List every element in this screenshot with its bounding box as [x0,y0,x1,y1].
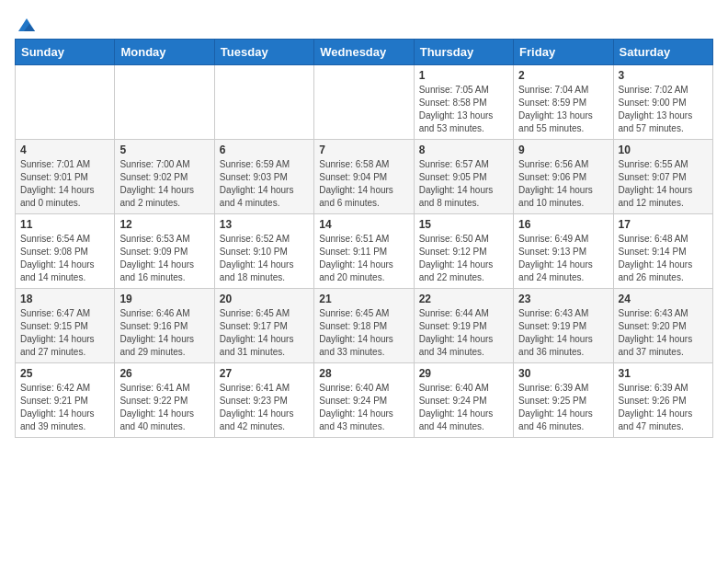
calendar-cell: 14Sunrise: 6:51 AM Sunset: 9:11 PM Dayli… [314,214,414,289]
day-number: 3 [619,69,708,82]
calendar-cell: 20Sunrise: 6:45 AM Sunset: 9:17 PM Dayli… [214,289,313,363]
calendar-cell: 19Sunrise: 6:46 AM Sunset: 9:16 PM Dayli… [115,289,214,363]
week-row-2: 4Sunrise: 7:01 AM Sunset: 9:01 PM Daylig… [16,140,713,214]
calendar-cell: 31Sunrise: 6:39 AM Sunset: 9:26 PM Dayli… [613,363,712,438]
day-info: Sunrise: 6:55 AM Sunset: 9:07 PM Dayligh… [619,158,708,210]
day-info: Sunrise: 7:05 AM Sunset: 8:58 PM Dayligh… [419,84,508,135]
header-tuesday: Tuesday [214,40,313,65]
day-info: Sunrise: 6:39 AM Sunset: 9:25 PM Dayligh… [518,382,608,433]
calendar-cell: 21Sunrise: 6:45 AM Sunset: 9:18 PM Dayli… [314,289,414,363]
day-info: Sunrise: 7:02 AM Sunset: 9:00 PM Dayligh… [619,84,708,135]
calendar-cell [314,65,414,140]
day-number: 4 [20,144,109,156]
day-info: Sunrise: 6:45 AM Sunset: 9:18 PM Dayligh… [319,307,408,359]
day-info: Sunrise: 6:44 AM Sunset: 9:19 PM Dayligh… [419,307,508,359]
calendar-cell: 5Sunrise: 7:00 AM Sunset: 9:02 PM Daylig… [115,140,214,214]
calendar-cell: 18Sunrise: 6:47 AM Sunset: 9:15 PM Dayli… [16,289,115,363]
calendar-cell: 13Sunrise: 6:52 AM Sunset: 9:10 PM Dayli… [214,214,313,289]
day-info: Sunrise: 6:42 AM Sunset: 9:21 PM Dayligh… [20,382,109,433]
day-info: Sunrise: 6:48 AM Sunset: 9:14 PM Dayligh… [619,233,708,284]
day-number: 13 [220,218,309,231]
day-number: 12 [119,218,209,231]
header-monday: Monday [115,40,214,65]
day-number: 21 [319,293,408,305]
calendar-cell [16,65,115,140]
day-number: 7 [319,144,408,156]
day-number: 24 [619,293,708,305]
week-row-1: 1Sunrise: 7:05 AM Sunset: 8:58 PM Daylig… [16,65,713,140]
day-number: 8 [419,144,508,156]
week-row-5: 25Sunrise: 6:42 AM Sunset: 9:21 PM Dayli… [16,363,713,438]
day-number: 20 [220,293,309,305]
calendar-cell: 30Sunrise: 6:39 AM Sunset: 9:25 PM Dayli… [514,363,613,438]
day-number: 10 [619,144,708,156]
calendar-cell: 16Sunrise: 6:49 AM Sunset: 9:13 PM Dayli… [514,214,613,289]
calendar-cell: 29Sunrise: 6:40 AM Sunset: 9:24 PM Dayli… [414,363,513,438]
day-info: Sunrise: 6:45 AM Sunset: 9:17 PM Dayligh… [220,307,309,359]
day-number: 9 [518,144,608,156]
day-info: Sunrise: 6:56 AM Sunset: 9:06 PM Dayligh… [518,158,608,210]
calendar-header-row: SundayMondayTuesdayWednesdayThursdayFrid… [16,40,713,65]
day-number: 17 [619,218,708,231]
day-number: 29 [419,367,508,380]
day-info: Sunrise: 6:59 AM Sunset: 9:03 PM Dayligh… [220,158,309,210]
day-number: 16 [518,218,608,231]
calendar-cell: 27Sunrise: 6:41 AM Sunset: 9:23 PM Dayli… [214,363,313,438]
calendar-cell: 23Sunrise: 6:43 AM Sunset: 9:19 PM Dayli… [514,289,613,363]
calendar-cell: 12Sunrise: 6:53 AM Sunset: 9:09 PM Dayli… [115,214,214,289]
page-header [15,15,713,35]
header-sunday: Sunday [16,40,115,65]
day-number: 27 [220,367,309,380]
calendar-cell: 4Sunrise: 7:01 AM Sunset: 9:01 PM Daylig… [16,140,115,214]
day-info: Sunrise: 6:49 AM Sunset: 9:13 PM Dayligh… [518,233,608,284]
day-info: Sunrise: 7:00 AM Sunset: 9:02 PM Dayligh… [119,158,209,210]
day-number: 2 [518,69,608,82]
header-thursday: Thursday [414,40,513,65]
calendar-cell: 10Sunrise: 6:55 AM Sunset: 9:07 PM Dayli… [613,140,712,214]
day-info: Sunrise: 6:46 AM Sunset: 9:16 PM Dayligh… [119,307,209,359]
day-number: 1 [419,69,508,82]
week-row-4: 18Sunrise: 6:47 AM Sunset: 9:15 PM Dayli… [16,289,713,363]
header-friday: Friday [514,40,613,65]
calendar-cell: 8Sunrise: 6:57 AM Sunset: 9:05 PM Daylig… [414,140,513,214]
calendar-cell: 15Sunrise: 6:50 AM Sunset: 9:12 PM Dayli… [414,214,513,289]
day-info: Sunrise: 6:41 AM Sunset: 9:23 PM Dayligh… [220,382,309,433]
day-number: 30 [518,367,608,380]
calendar-cell: 7Sunrise: 6:58 AM Sunset: 9:04 PM Daylig… [314,140,414,214]
day-number: 23 [518,293,608,305]
calendar-cell: 1Sunrise: 7:05 AM Sunset: 8:58 PM Daylig… [414,65,513,140]
calendar-cell: 9Sunrise: 6:56 AM Sunset: 9:06 PM Daylig… [514,140,613,214]
day-number: 11 [20,218,109,231]
day-number: 25 [20,367,109,380]
logo [15,15,37,35]
calendar-table: SundayMondayTuesdayWednesdayThursdayFrid… [15,39,713,438]
day-info: Sunrise: 6:40 AM Sunset: 9:24 PM Dayligh… [419,382,508,433]
calendar-cell: 6Sunrise: 6:59 AM Sunset: 9:03 PM Daylig… [214,140,313,214]
calendar-cell: 25Sunrise: 6:42 AM Sunset: 9:21 PM Dayli… [16,363,115,438]
calendar-cell [115,65,214,140]
day-number: 14 [319,218,408,231]
day-info: Sunrise: 6:57 AM Sunset: 9:05 PM Dayligh… [419,158,508,210]
day-number: 28 [319,367,408,380]
day-info: Sunrise: 7:04 AM Sunset: 8:59 PM Dayligh… [518,84,608,135]
day-number: 22 [419,293,508,305]
week-row-3: 11Sunrise: 6:54 AM Sunset: 9:08 PM Dayli… [16,214,713,289]
day-info: Sunrise: 6:47 AM Sunset: 9:15 PM Dayligh… [20,307,109,359]
calendar-cell [214,65,313,140]
calendar-cell: 26Sunrise: 6:41 AM Sunset: 9:22 PM Dayli… [115,363,214,438]
day-number: 18 [20,293,109,305]
day-number: 5 [119,144,209,156]
day-number: 15 [419,218,508,231]
day-info: Sunrise: 6:50 AM Sunset: 9:12 PM Dayligh… [419,233,508,284]
day-info: Sunrise: 6:40 AM Sunset: 9:24 PM Dayligh… [319,382,408,433]
calendar-cell: 28Sunrise: 6:40 AM Sunset: 9:24 PM Dayli… [314,363,414,438]
day-info: Sunrise: 6:58 AM Sunset: 9:04 PM Dayligh… [319,158,408,210]
day-info: Sunrise: 6:41 AM Sunset: 9:22 PM Dayligh… [119,382,209,433]
logo-icon [17,15,37,35]
calendar-cell: 3Sunrise: 7:02 AM Sunset: 9:00 PM Daylig… [613,65,712,140]
calendar-cell: 17Sunrise: 6:48 AM Sunset: 9:14 PM Dayli… [613,214,712,289]
day-number: 26 [119,367,209,380]
day-info: Sunrise: 6:43 AM Sunset: 9:20 PM Dayligh… [619,307,708,359]
calendar-cell: 2Sunrise: 7:04 AM Sunset: 8:59 PM Daylig… [514,65,613,140]
day-info: Sunrise: 6:53 AM Sunset: 9:09 PM Dayligh… [119,233,209,284]
